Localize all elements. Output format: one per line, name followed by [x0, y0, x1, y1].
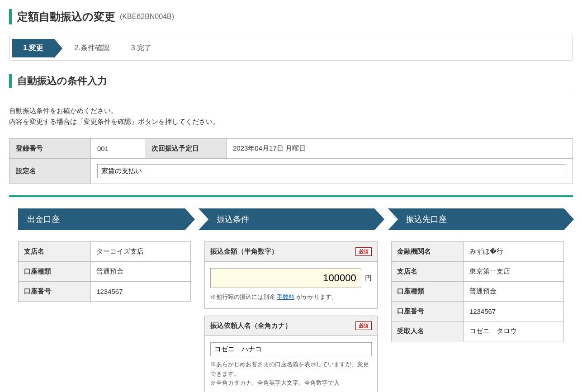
next-date-label: 次回振込予定日	[145, 139, 227, 159]
withdraw-type-value: 普通預金	[91, 262, 191, 282]
yen-label: 円	[365, 274, 372, 283]
main-panel: 出金口座 振込条件 振込先口座 支店名 ターコイズ支店 口座種類 普通預金	[9, 195, 573, 392]
dest-bank-label: 金融機関名	[391, 242, 464, 262]
page-title-block: 定額自動振込の変更 (KBE62BN004B)	[9, 9, 573, 24]
destination-column: 金融機関名 みずほ�行 支店名 東京第一支店 口座種類 普通預金 口座番号 12…	[391, 241, 564, 341]
arrow-destination: 振込先口座	[388, 208, 564, 230]
section-title-accent	[9, 74, 12, 88]
info-table: 登録番号 001 次回振込予定日 2023年04月17日 月曜日 設定名	[9, 138, 573, 184]
dest-number-value: 1234567	[464, 302, 563, 321]
step-bar: 1.変更 2.条件確認 3.完了	[9, 36, 573, 61]
name-label: 振込依頼人名（全角カナ）	[210, 321, 292, 330]
dest-type-value: 普通預金	[464, 282, 563, 302]
dest-recipient-value: コゼニ タロウ	[464, 321, 563, 341]
section-title-block: 自動振込の条件入力	[9, 74, 573, 88]
withdraw-type-label: 口座種類	[19, 262, 91, 282]
step-complete[interactable]: 3.完了	[120, 39, 162, 57]
intro-line-1: 自動振込条件をお確かめください。	[9, 105, 573, 116]
withdraw-table: 支店名 ターコイズ支店 口座種類 普通預金 口座番号 1234567	[18, 241, 191, 302]
page-title: 定額自動振込の変更	[17, 9, 115, 24]
amount-label: 振込金額（半角数字）	[210, 247, 278, 256]
name-note-1: ※あらかじめお客さまの口座名義を表示していますが、変更できます。	[210, 360, 371, 379]
intro-line-2: 内容を変更する場合は「変更条件を確認」ボタンを押してください。	[9, 116, 573, 127]
required-badge-2: 必須	[355, 321, 372, 330]
setting-name-input[interactable]	[97, 164, 566, 178]
fee-link[interactable]: 手数料	[277, 293, 294, 300]
divider	[9, 97, 573, 97]
amount-header: 振込金額（半角数字） 必須	[204, 241, 377, 262]
dest-number-label: 口座番号	[391, 302, 464, 321]
dest-bank-value: みずほ�行	[464, 242, 563, 262]
withdraw-column: 支店名 ターコイズ支店 口座種類 普通預金 口座番号 1234567	[18, 241, 191, 302]
dest-type-label: 口座種類	[391, 282, 464, 302]
setting-name-label: 設定名	[9, 159, 91, 184]
arrow-conditions: 振込条件	[199, 208, 374, 230]
reg-no-value: 001	[91, 139, 145, 159]
destination-table: 金融機関名 みずほ�行 支店名 東京第一支店 口座種類 普通預金 口座番号 12…	[391, 241, 564, 341]
intro-text: 自動振込条件をお確かめください。 内容を変更する場合は「変更条件を確認」ボタンを…	[9, 105, 573, 127]
withdraw-branch-value: ターコイズ支店	[91, 242, 191, 262]
name-note-2: ※全角カタカナ、全角英字大文字、全角数字で入	[210, 378, 371, 388]
withdraw-branch-label: 支店名	[19, 242, 91, 262]
withdraw-number-value: 1234567	[91, 282, 191, 302]
step-confirm[interactable]: 2.条件確認	[63, 39, 120, 57]
next-date-value: 2023年04月17日 月曜日	[227, 139, 573, 159]
dest-branch-value: 東京第一支店	[464, 262, 563, 282]
page-title-accent	[9, 9, 12, 24]
requester-name-input[interactable]	[210, 342, 371, 356]
page-code: (KBE62BN004B)	[120, 13, 174, 21]
name-header: 振込依頼人名（全角カナ） 必須	[204, 316, 377, 336]
amount-input[interactable]	[210, 268, 361, 288]
arrow-withdraw: 出金口座	[18, 208, 185, 230]
conditions-column: 振込金額（半角数字） 必須 円 ※他行宛の振込には別途 手数料 がかかります。	[204, 241, 377, 392]
required-badge: 必須	[355, 247, 372, 256]
dest-branch-label: 支店名	[391, 262, 464, 282]
reg-no-label: 登録番号	[9, 139, 91, 159]
section-title: 自動振込の条件入力	[17, 74, 107, 88]
withdraw-number-label: 口座番号	[19, 282, 91, 302]
step-change[interactable]: 1.変更	[12, 39, 54, 57]
dest-recipient-label: 受取人名	[391, 321, 464, 341]
arrow-bar: 出金口座 振込条件 振込先口座	[18, 208, 564, 230]
amount-note: ※他行宛の振込には別途 手数料 がかかります。	[210, 293, 371, 302]
